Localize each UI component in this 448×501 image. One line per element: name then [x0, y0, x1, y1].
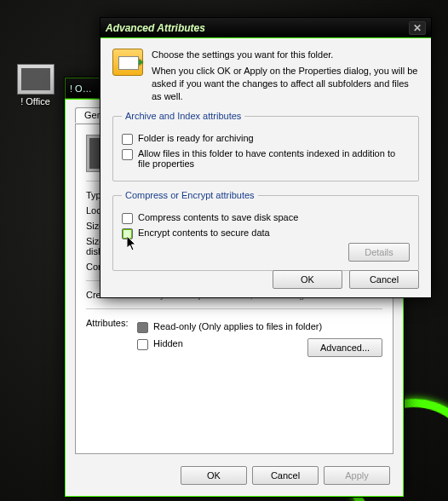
label-index: Allow files in this folder to have conte…: [138, 148, 410, 169]
desktop-icon-label: ! Office: [12, 96, 59, 107]
desktop-folder-icon[interactable]: ! Office: [12, 64, 59, 107]
intro-block: Choose the settings you want for this fo…: [112, 49, 419, 102]
folder-icon: [17, 64, 55, 95]
advanced-cancel-button[interactable]: Cancel: [349, 270, 419, 289]
legend-archive: Archive and Index attributes: [122, 111, 244, 121]
properties-title: ! O…: [70, 84, 92, 94]
advanced-attributes-dialog: Advanced Attributes ✕ Choose the setting…: [100, 17, 432, 298]
details-button[interactable]: Details: [348, 243, 410, 262]
checkbox-hidden[interactable]: [137, 339, 148, 350]
checkbox-archive[interactable]: [122, 134, 133, 145]
advanced-ok-button[interactable]: OK: [273, 270, 342, 289]
cancel-button[interactable]: Cancel: [252, 466, 319, 485]
intro-line1: Choose the settings you want for this fo…: [152, 49, 419, 61]
close-button[interactable]: ✕: [409, 21, 426, 35]
apply-button[interactable]: Apply: [324, 466, 390, 485]
close-icon: ✕: [413, 22, 422, 34]
advanced-titlebar[interactable]: Advanced Attributes ✕: [101, 18, 431, 38]
label-archive: Folder is ready for archiving: [138, 133, 254, 143]
properties-buttonbar: OK Cancel Apply: [70, 466, 399, 485]
label-encrypt: Encrypt contents to secure data: [138, 227, 270, 238]
checkbox-index[interactable]: [122, 149, 133, 160]
group-compress-encrypt: Compress or Encrypt attributes Compress …: [112, 190, 419, 271]
intro-line2: When you click OK or Apply on the Proper…: [152, 65, 419, 103]
label-readonly: Read-only (Only applies to files in fold…: [153, 321, 322, 331]
label-attributes: Attributes:: [86, 318, 137, 328]
label-hidden: Hidden: [153, 338, 183, 348]
legend-compress: Compress or Encrypt attributes: [122, 190, 258, 200]
ok-button[interactable]: OK: [181, 466, 247, 485]
advanced-buttonbar: OK Cancel: [273, 270, 419, 289]
checkbox-encrypt[interactable]: [122, 228, 133, 239]
folder-settings-icon: [112, 49, 143, 76]
checkbox-readonly[interactable]: [137, 322, 148, 333]
checkbox-compress[interactable]: [122, 213, 133, 224]
advanced-button[interactable]: Advanced...: [307, 338, 382, 357]
group-archive-index: Archive and Index attributes Folder is r…: [112, 111, 419, 181]
label-compress: Compress contents to save disk space: [138, 212, 298, 222]
advanced-title: Advanced Attributes: [106, 22, 205, 34]
